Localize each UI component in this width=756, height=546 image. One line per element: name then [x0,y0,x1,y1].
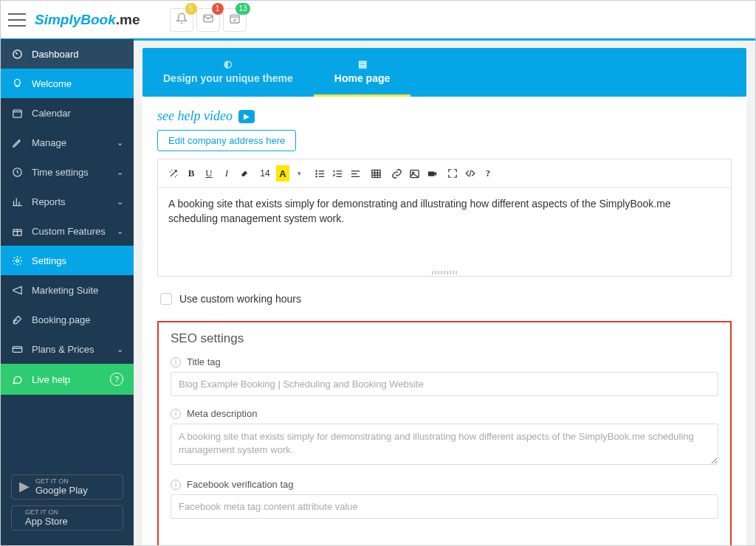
logo-primary: SimplyBook [35,12,116,27]
facebook-tag-input[interactable] [171,494,718,519]
list-ol-icon[interactable] [331,165,344,182]
magic-icon[interactable] [167,165,180,182]
underline-button[interactable]: U [202,165,216,182]
megaphone-icon [11,284,23,296]
notifications-button[interactable]: 5 [170,8,193,32]
sidebar-item-custom[interactable]: Custom Features ⌄ [1,216,134,246]
seo-heading: SEO settings [171,331,718,346]
calendar-check-icon [229,13,241,27]
help-circle-icon: ? [110,373,123,386]
messages-badge: 1 [212,3,224,15]
table-icon[interactable] [369,165,382,182]
eraser-icon[interactable] [238,165,251,182]
chevron-down-icon: ⌄ [117,345,123,354]
clock-icon [11,166,23,178]
sidebar-item-dashboard[interactable]: Dashboard [1,39,134,69]
page-icon [11,314,23,325]
sidebar-item-bookingpage[interactable]: Booking.page [1,305,134,334]
gift-icon [11,225,23,237]
chat-icon [11,373,23,385]
bell-icon [176,13,188,27]
store-name: App Store [25,516,68,527]
custom-hours-checkbox[interactable] [160,293,172,305]
menu-toggle-icon[interactable] [8,11,26,29]
title-tag-field: i Title tag [171,356,718,396]
edit-company-address-button[interactable]: Edit company address here [157,130,296,151]
sidebar-item-live-help[interactable]: Live help ? [1,364,134,395]
tab-design-theme[interactable]: ◐ Design your unique theme [142,48,314,97]
resize-handle[interactable] [158,269,731,276]
main-content: ◐ Design your unique theme ▤ Home page s… [134,39,755,545]
logo-suffix: .me [116,12,140,27]
sidebar-item-label: Welcome [32,78,72,89]
sidebar-item-plans[interactable]: Plans & Prices ⌄ [1,334,134,364]
italic-button[interactable]: I [220,165,233,182]
link-icon[interactable] [390,165,403,182]
lightbulb-icon [11,77,23,89]
svg-point-6 [16,259,18,262]
app-store-button[interactable]: GET IT ON App Store [11,505,123,531]
sidebar-item-welcome[interactable]: Welcome [1,69,134,98]
fontsize-select[interactable]: 14 [258,165,272,182]
top-bar: SimplyBook.me 5 1 13 [1,1,755,39]
code-view-icon[interactable] [464,165,477,182]
sidebar-item-time[interactable]: Time settings ⌄ [1,157,134,187]
svg-rect-3 [13,110,21,117]
facebook-tag-field: i Facebook verification tag [171,479,718,519]
pencil-icon [11,136,23,148]
fullscreen-icon[interactable] [446,165,459,182]
svg-rect-14 [427,171,434,176]
svg-point-8 [315,170,316,171]
list-ul-icon[interactable] [313,165,326,182]
store-name: Google Play [35,485,88,496]
gear-icon [11,255,23,266]
field-label: Meta description [187,408,257,419]
help-icon[interactable]: ? [481,165,495,182]
sidebar-item-manage[interactable]: Manage ⌄ [1,128,134,157]
palette-icon: ◐ [224,58,232,69]
top-icon-group: 5 1 13 [170,8,247,32]
info-icon[interactable]: i [171,480,181,490]
field-label: Title tag [187,356,221,367]
help-video-row: see help video ▶ [157,108,732,124]
sidebar-item-label: Time settings [32,167,89,178]
google-play-button[interactable]: ▶ GET IT ON Google Play [11,474,123,500]
sidebar-item-label: Reports [32,196,66,207]
image-icon[interactable] [408,165,421,182]
video-icon[interactable] [425,165,439,182]
bold-button[interactable]: B [185,165,198,182]
svg-rect-11 [371,170,379,177]
tabs: ◐ Design your unique theme ▤ Home page [142,48,746,97]
svg-rect-7 [13,346,22,352]
text-color-button[interactable]: A [276,165,289,182]
sidebar-item-marketing[interactable]: Marketing Suite [1,275,134,305]
help-video-label: see help video [157,108,233,124]
messages-button[interactable]: 1 [196,8,220,32]
align-icon[interactable] [348,165,362,182]
title-tag-input[interactable] [171,372,718,396]
bookings-button[interactable]: 13 [223,8,247,32]
rich-text-editor: B U I 14 A ▾ [157,159,732,277]
sidebar-item-settings[interactable]: Settings [1,246,134,275]
editor-toolbar: B U I 14 A ▾ [158,159,731,188]
seo-settings-section: SEO settings i Title tag i Meta descript… [157,321,732,545]
tab-home-page[interactable]: ▤ Home page [314,48,410,97]
play-video-button[interactable]: ▶ [238,110,255,123]
info-icon[interactable]: i [171,409,181,419]
sidebar-item-reports[interactable]: Reports ⌄ [1,187,134,216]
custom-hours-label: Use custom working hours [179,293,301,305]
chevron-down-icon: ⌄ [117,227,123,236]
editor-content[interactable]: A booking site that exists simply for de… [158,188,731,269]
sidebar-item-label: Marketing Suite [32,285,98,296]
field-label: Facebook verification tag [187,479,294,490]
calendar-icon [11,107,23,119]
sidebar-item-calendar[interactable]: Calendar [1,98,134,128]
chevron-down-icon: ⌄ [117,167,123,177]
chevron-down-icon[interactable]: ▾ [292,165,306,182]
info-icon[interactable]: i [171,357,181,367]
mail-icon [202,13,214,27]
logo[interactable]: SimplyBook.me [35,12,140,28]
sidebar-item-label: Plans & Prices [32,344,94,355]
google-play-icon: ▶ [19,480,30,494]
meta-description-input[interactable] [171,424,718,465]
